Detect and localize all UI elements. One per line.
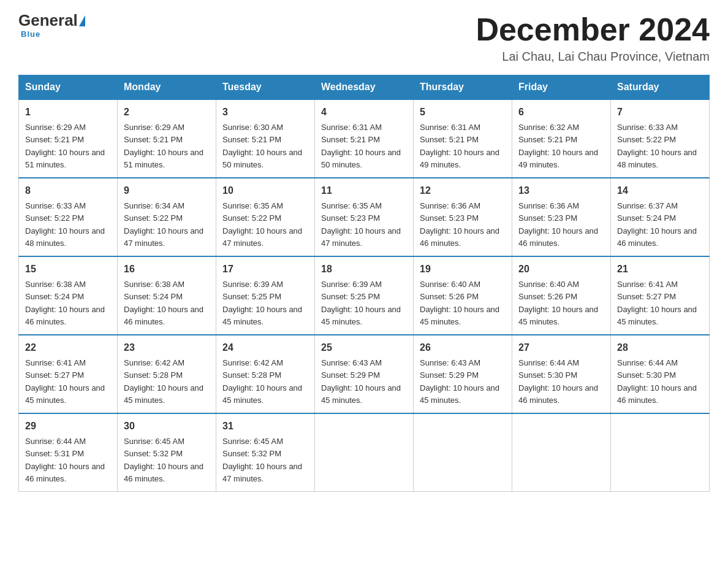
day-info: Sunrise: 6:45 AMSunset: 5:32 PMDaylight:… [124,437,203,483]
day-number: 11 [321,183,407,198]
calendar-week-row: 29 Sunrise: 6:44 AMSunset: 5:31 PMDaylig… [19,413,710,492]
day-info: Sunrise: 6:42 AMSunset: 5:28 PMDaylight:… [124,358,203,405]
calendar-cell [414,413,512,492]
calendar-cell: 15 Sunrise: 6:38 AMSunset: 5:24 PMDaylig… [19,256,118,335]
day-info: Sunrise: 6:36 AMSunset: 5:23 PMDaylight:… [420,201,499,248]
month-title: December 2024 [476,12,710,47]
calendar-cell: 25 Sunrise: 6:43 AMSunset: 5:29 PMDaylig… [315,335,414,413]
calendar-cell: 19 Sunrise: 6:40 AMSunset: 5:26 PMDaylig… [414,256,512,335]
day-info: Sunrise: 6:31 AMSunset: 5:21 PMDaylight:… [420,123,499,169]
calendar-cell: 1 Sunrise: 6:29 AMSunset: 5:21 PMDayligh… [19,99,118,178]
calendar-cell: 23 Sunrise: 6:42 AMSunset: 5:28 PMDaylig… [118,335,216,413]
calendar-cell: 4 Sunrise: 6:31 AMSunset: 5:21 PMDayligh… [315,99,414,178]
day-info: Sunrise: 6:33 AMSunset: 5:22 PMDaylight:… [617,123,697,169]
calendar-cell: 22 Sunrise: 6:41 AMSunset: 5:27 PMDaylig… [19,335,118,413]
calendar-cell: 20 Sunrise: 6:40 AMSunset: 5:26 PMDaylig… [512,256,611,335]
day-number: 4 [321,105,407,120]
day-info: Sunrise: 6:44 AMSunset: 5:30 PMDaylight:… [617,358,697,405]
day-info: Sunrise: 6:34 AMSunset: 5:22 PMDaylight:… [124,201,203,248]
calendar-cell: 3 Sunrise: 6:30 AMSunset: 5:21 PMDayligh… [216,99,315,178]
day-number: 26 [420,340,506,355]
calendar-cell: 30 Sunrise: 6:45 AMSunset: 5:32 PMDaylig… [118,413,216,492]
day-number: 23 [124,340,210,355]
calendar-cell: 16 Sunrise: 6:38 AMSunset: 5:24 PMDaylig… [118,256,216,335]
day-info: Sunrise: 6:44 AMSunset: 5:30 PMDaylight:… [518,358,598,405]
day-number: 14 [617,183,703,198]
day-number: 20 [518,262,604,277]
col-header-thursday: Thursday [414,75,512,100]
col-header-monday: Monday [118,75,216,100]
calendar-cell: 11 Sunrise: 6:35 AMSunset: 5:23 PMDaylig… [315,178,414,256]
calendar-cell: 26 Sunrise: 6:43 AMSunset: 5:29 PMDaylig… [414,335,512,413]
day-info: Sunrise: 6:32 AMSunset: 5:21 PMDaylight:… [518,123,598,169]
calendar-week-row: 22 Sunrise: 6:41 AMSunset: 5:27 PMDaylig… [19,335,710,413]
logo-general-text: General [18,12,78,28]
day-info: Sunrise: 6:36 AMSunset: 5:23 PMDaylight:… [518,201,598,248]
day-info: Sunrise: 6:29 AMSunset: 5:21 PMDaylight:… [124,123,203,169]
day-number: 6 [518,105,604,120]
calendar-week-row: 8 Sunrise: 6:33 AMSunset: 5:22 PMDayligh… [19,178,710,256]
day-number: 18 [321,262,407,277]
calendar-cell: 12 Sunrise: 6:36 AMSunset: 5:23 PMDaylig… [414,178,512,256]
day-info: Sunrise: 6:35 AMSunset: 5:22 PMDaylight:… [222,201,302,248]
day-info: Sunrise: 6:35 AMSunset: 5:23 PMDaylight:… [321,201,401,248]
day-number: 27 [518,340,604,355]
day-number: 13 [518,183,604,198]
day-info: Sunrise: 6:39 AMSunset: 5:25 PMDaylight:… [222,280,302,326]
day-number: 31 [222,419,308,434]
day-number: 5 [420,105,506,120]
col-header-friday: Friday [512,75,611,100]
calendar-cell: 6 Sunrise: 6:32 AMSunset: 5:21 PMDayligh… [512,99,611,178]
calendar-cell: 28 Sunrise: 6:44 AMSunset: 5:30 PMDaylig… [611,335,710,413]
day-number: 19 [420,262,506,277]
calendar-cell: 8 Sunrise: 6:33 AMSunset: 5:22 PMDayligh… [19,178,118,256]
day-info: Sunrise: 6:30 AMSunset: 5:21 PMDaylight:… [222,123,302,169]
day-number: 21 [617,262,703,277]
day-info: Sunrise: 6:43 AMSunset: 5:29 PMDaylight:… [420,358,499,405]
day-info: Sunrise: 6:42 AMSunset: 5:28 PMDaylight:… [222,358,302,405]
col-header-sunday: Sunday [19,75,118,100]
day-info: Sunrise: 6:38 AMSunset: 5:24 PMDaylight:… [25,280,105,326]
logo-triangle-icon [79,15,85,26]
calendar-cell: 2 Sunrise: 6:29 AMSunset: 5:21 PMDayligh… [118,99,216,178]
day-info: Sunrise: 6:40 AMSunset: 5:26 PMDaylight:… [420,280,499,326]
day-number: 7 [617,105,703,120]
calendar-cell: 21 Sunrise: 6:41 AMSunset: 5:27 PMDaylig… [611,256,710,335]
day-number: 30 [124,419,210,434]
day-info: Sunrise: 6:38 AMSunset: 5:24 PMDaylight:… [124,280,203,326]
calendar-cell: 13 Sunrise: 6:36 AMSunset: 5:23 PMDaylig… [512,178,611,256]
calendar-cell: 31 Sunrise: 6:45 AMSunset: 5:32 PMDaylig… [216,413,315,492]
day-number: 8 [25,183,111,198]
day-info: Sunrise: 6:39 AMSunset: 5:25 PMDaylight:… [321,280,401,326]
day-info: Sunrise: 6:43 AMSunset: 5:29 PMDaylight:… [321,358,401,405]
day-number: 10 [222,183,308,198]
day-number: 1 [25,105,111,120]
day-number: 28 [617,340,703,355]
calendar-cell: 14 Sunrise: 6:37 AMSunset: 5:24 PMDaylig… [611,178,710,256]
col-header-saturday: Saturday [611,75,710,100]
day-info: Sunrise: 6:40 AMSunset: 5:26 PMDaylight:… [518,280,598,326]
day-number: 12 [420,183,506,198]
calendar-cell [512,413,611,492]
calendar-cell: 27 Sunrise: 6:44 AMSunset: 5:30 PMDaylig… [512,335,611,413]
calendar-header-row: SundayMondayTuesdayWednesdayThursdayFrid… [19,75,710,100]
day-number: 2 [124,105,210,120]
day-number: 24 [222,340,308,355]
logo: General Blue [18,12,85,39]
col-header-wednesday: Wednesday [315,75,414,100]
day-info: Sunrise: 6:37 AMSunset: 5:24 PMDaylight:… [617,201,697,248]
day-number: 25 [321,340,407,355]
calendar-cell: 17 Sunrise: 6:39 AMSunset: 5:25 PMDaylig… [216,256,315,335]
day-number: 9 [124,183,210,198]
day-info: Sunrise: 6:44 AMSunset: 5:31 PMDaylight:… [25,437,105,483]
calendar-cell [611,413,710,492]
day-info: Sunrise: 6:41 AMSunset: 5:27 PMDaylight:… [617,280,697,326]
calendar-week-row: 15 Sunrise: 6:38 AMSunset: 5:24 PMDaylig… [19,256,710,335]
calendar-week-row: 1 Sunrise: 6:29 AMSunset: 5:21 PMDayligh… [19,99,710,178]
calendar-cell: 18 Sunrise: 6:39 AMSunset: 5:25 PMDaylig… [315,256,414,335]
calendar-cell: 10 Sunrise: 6:35 AMSunset: 5:22 PMDaylig… [216,178,315,256]
day-info: Sunrise: 6:29 AMSunset: 5:21 PMDaylight:… [25,123,105,169]
day-number: 17 [222,262,308,277]
day-number: 3 [222,105,308,120]
day-number: 29 [25,419,111,434]
